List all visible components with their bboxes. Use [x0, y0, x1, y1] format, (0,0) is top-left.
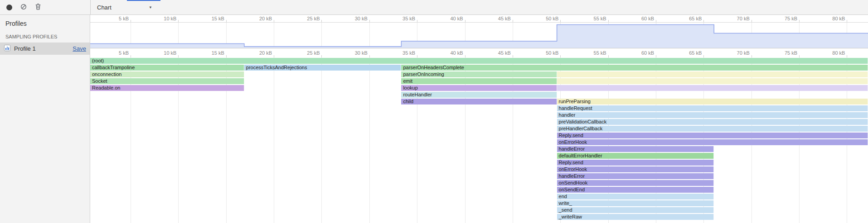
view-mode-select[interactable]: Chart ▼ [94, 2, 155, 13]
profile-item-profile-1[interactable]: Profile 1 Save [0, 43, 90, 55]
ruler-label: 30 kB [338, 16, 368, 21]
flame-bar[interactable]: handleRequest [557, 105, 868, 111]
overview-area-chart [90, 23, 868, 48]
flame-bar[interactable]: _writeRaw [557, 214, 714, 220]
flame-bar[interactable]: Readable.on [90, 85, 244, 91]
sidebar-title: Profiles [0, 15, 90, 28]
flame-row: handleRequest [90, 105, 868, 112]
flame-chart-area: 5 kB10 kB15 kB20 kB25 kB30 kB35 kB40 kB4… [90, 15, 868, 223]
profiles-sidebar: Profiles SAMPLING PROFILES Profile 1 Sav… [0, 15, 90, 223]
flame-row: end [90, 193, 868, 200]
flame-row: _writeRaw [90, 214, 868, 220]
ruler-label: 30 kB [338, 50, 368, 56]
ruler-label: 5 kB [99, 50, 129, 56]
flame-bar[interactable]: onErrorHook [557, 166, 714, 172]
flame-row: onErrorHook [90, 166, 868, 173]
flame-bar[interactable]: Socket [90, 78, 244, 84]
profiler-panel: Chart ▼ Profiles SAMPLING PROFILES Profi… [0, 0, 868, 223]
flame-bar[interactable] [557, 71, 868, 77]
ruler-label: 65 kB [672, 16, 702, 21]
flame-bar[interactable]: onSendHook [557, 180, 714, 186]
flame-bar[interactable]: handleError [557, 173, 714, 179]
flame-bar[interactable] [557, 78, 868, 84]
flame-bar[interactable]: parserOnHeadersComplete [401, 65, 868, 71]
flame-row: Reply.send [90, 159, 868, 166]
delete-profile-button[interactable] [31, 1, 45, 13]
flame-bar[interactable]: end [557, 194, 714, 199]
ruler-label: 20 kB [242, 50, 272, 56]
toolbar-divider [90, 0, 91, 14]
memory-ruler-top: 5 kB10 kB15 kB20 kB25 kB30 kB35 kB40 kB4… [90, 15, 868, 22]
ruler-label: 35 kB [385, 50, 415, 56]
flame-bar[interactable]: preValidationCallback [557, 119, 868, 125]
flame-bar[interactable]: defaultErrorHandler [557, 153, 714, 159]
ruler-label: 50 kB [529, 50, 558, 56]
ruler-label: 20 kB [242, 16, 272, 21]
ruler-label: 70 kB [720, 50, 750, 56]
ruler-label: 75 kB [767, 50, 797, 56]
profile-name: Profile 1 [14, 45, 69, 52]
flame-row: onconnectionparserOnIncoming [90, 71, 868, 78]
flame-bar[interactable]: Reply.send [557, 133, 868, 138]
flame-bar[interactable]: preHandlerCallback [557, 126, 868, 132]
ruler-label: 25 kB [290, 16, 320, 21]
view-mode-value: Chart [97, 4, 112, 11]
flame-row: (root) [90, 57, 868, 64]
flame-bar[interactable]: onconnection [90, 71, 244, 77]
toolbar: Chart ▼ [0, 0, 868, 15]
ruler-label: 50 kB [529, 16, 558, 21]
flame-row: write_ [90, 200, 868, 207]
save-profile-link[interactable]: Save [73, 45, 86, 52]
flame-row: Reply.send [90, 132, 868, 139]
ruler-label: 45 kB [481, 16, 511, 21]
flame-row: childrunPreParsing [90, 98, 868, 105]
ruler-label: 5 kB [99, 16, 129, 21]
allocation-overview[interactable] [90, 22, 868, 48]
flame-row: Readable.onlookup [90, 85, 868, 91]
flame-row: handleError [90, 146, 868, 152]
trash-icon [35, 3, 41, 11]
heap-profile-icon [4, 44, 11, 53]
flame-row: preValidationCallback [90, 119, 868, 125]
flame-chart[interactable]: (root)callbackTrampolineprocessTicksAndR… [90, 57, 868, 223]
ruler-label: 60 kB [624, 16, 654, 21]
panel-body: Profiles SAMPLING PROFILES Profile 1 Sav… [0, 15, 868, 223]
ruler-label: 80 kB [815, 50, 845, 56]
flame-row: preHandlerCallback [90, 125, 868, 132]
flame-bar[interactable]: _send [557, 207, 714, 213]
ruler-label: 10 kB [146, 16, 176, 21]
sampling-profiles-section-label: SAMPLING PROFILES [0, 28, 90, 43]
ruler-label: 70 kB [720, 16, 750, 21]
ruler-label: 55 kB [577, 50, 606, 56]
active-tab-indicator [127, 0, 160, 1]
flame-row: Socketemit [90, 78, 868, 85]
flame-bar[interactable]: emit [401, 78, 557, 84]
flame-bar[interactable]: child [401, 99, 557, 104]
flame-row: defaultErrorHandler [90, 152, 868, 159]
flame-bar[interactable]: handler [557, 112, 868, 118]
flame-bar[interactable]: runPreParsing [557, 99, 868, 104]
flame-row: handler [90, 112, 868, 119]
flame-bar[interactable]: (root) [90, 58, 868, 64]
flame-bar[interactable]: callbackTrampoline [90, 65, 244, 71]
flame-bar[interactable]: write_ [557, 200, 714, 206]
record-button[interactable] [2, 1, 16, 13]
ruler-label: 35 kB [385, 16, 415, 21]
flame-bar[interactable] [557, 85, 868, 91]
ruler-label: 55 kB [577, 16, 606, 21]
ruler-label: 10 kB [146, 50, 176, 56]
flame-bar[interactable]: Reply.send [557, 160, 714, 166]
flame-row: _send [90, 207, 868, 214]
ruler-label: 15 kB [194, 16, 224, 21]
clear-profiles-button[interactable] [16, 1, 31, 13]
ruler-label: 65 kB [672, 50, 702, 56]
ruler-label: 75 kB [767, 16, 797, 21]
flame-bar[interactable]: onErrorHook [557, 139, 868, 145]
flame-bar[interactable]: routeHandler [401, 92, 557, 98]
flame-bar[interactable]: handleError [557, 146, 714, 152]
flame-bar[interactable]: onSendEnd [557, 187, 714, 193]
flame-bar[interactable]: lookup [401, 85, 557, 91]
flame-bar[interactable]: processTicksAndRejections [244, 65, 402, 71]
chevron-down-icon: ▼ [149, 5, 152, 9]
flame-bar[interactable]: parserOnIncoming [401, 71, 557, 77]
